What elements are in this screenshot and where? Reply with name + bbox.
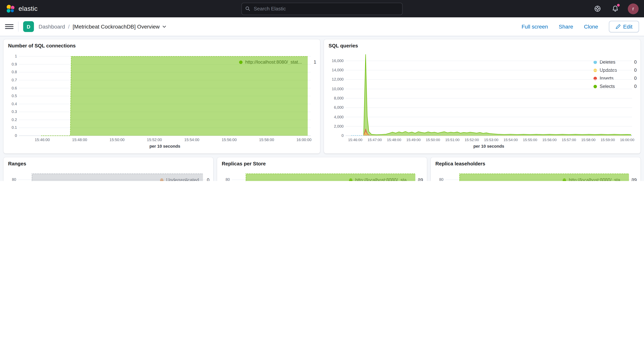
x-axis-caption: per 10 seconds	[19, 144, 311, 148]
panel-title: Replicas per Store	[222, 161, 423, 166]
search-icon	[245, 6, 250, 11]
y-axis-tick: 0	[7, 134, 17, 138]
y-axis-tick: 0.3	[7, 110, 17, 114]
y-axis-tick: 12,000	[328, 77, 344, 82]
sql-queries-chart[interactable]: 02,0004,0006,0008,00010,00012,00014,0001…	[328, 49, 594, 151]
breadcrumb-dashboard[interactable]: Dashboard	[38, 24, 65, 30]
edit-button-label: Edit	[623, 24, 632, 30]
brand-name: elastic	[18, 5, 38, 12]
help-button[interactable]	[592, 4, 602, 14]
header-actions: r	[592, 3, 638, 14]
x-axis-tick: 15:52:00	[142, 138, 167, 142]
y-axis-tick: 0.6	[7, 86, 17, 90]
full-screen-button[interactable]: Full screen	[522, 24, 548, 30]
replica-leaseholders-chart[interactable]: 0102030405060708015:46:0015:49:0015:52:0…	[434, 167, 563, 181]
dashboard-grid: Number of SQL connections 00.10.20.30.40…	[0, 36, 644, 181]
elastic-brand[interactable]: elastic	[6, 4, 38, 14]
user-avatar[interactable]: r	[628, 3, 638, 14]
sql-connections-chart[interactable]: 00.10.20.30.40.50.60.70.80.9115:46:0015:…	[7, 49, 239, 151]
y-axis-tick: 0.4	[7, 102, 17, 106]
avatar-initial: r	[632, 6, 634, 12]
panel-title: SQL queries	[328, 43, 637, 48]
pencil-icon	[616, 24, 620, 29]
y-axis-tick: 1	[7, 54, 17, 59]
breadcrumb-separator: /	[68, 24, 70, 30]
ranges-chart[interactable]: 0102030405060708015:46:0015:48:0015:50:0…	[7, 167, 160, 181]
bell-icon	[612, 6, 618, 12]
x-axis-tick: 15:48:00	[67, 138, 92, 142]
y-axis-tick: 0.7	[7, 78, 17, 82]
space-badge-letter: D	[27, 24, 30, 30]
toolbar-divider	[18, 22, 18, 32]
panel-title: Number of SQL connections	[8, 43, 316, 48]
panel-ranges: Ranges 0102030405060708015:46:0015:48:00…	[4, 157, 213, 181]
panel-replica-leaseholders: Replica leaseholders 0102030405060708015…	[431, 157, 640, 181]
chart-canvas[interactable]	[221, 167, 423, 181]
x-axis-tick: 15:58:00	[254, 138, 279, 142]
notification-badge	[617, 4, 620, 6]
y-axis-tick: 80	[434, 178, 444, 181]
chart-canvas[interactable]	[7, 167, 210, 181]
chart-canvas[interactable]	[328, 49, 637, 151]
y-axis-tick: 10,000	[328, 86, 344, 91]
x-axis-tick: 15:54:00	[180, 138, 204, 142]
toolbar-actions: Full screen Share Clone Edit	[522, 21, 639, 32]
y-axis-tick: 80	[221, 178, 230, 181]
dashboard-toolbar: D Dashboard / [Metricbeat CockroachDB] O…	[0, 17, 644, 36]
share-button[interactable]: Share	[559, 24, 573, 30]
y-axis-tick: 0.5	[7, 94, 17, 98]
y-axis-tick: 2,000	[328, 124, 344, 128]
notifications-button[interactable]	[610, 4, 620, 14]
help-icon	[594, 6, 600, 12]
y-axis-tick: 6,000	[328, 105, 344, 110]
kibana-app: elastic	[0, 0, 644, 181]
space-badge[interactable]: D	[23, 21, 34, 32]
breadcrumb: Dashboard / [Metricbeat CockroachDB] Ove…	[38, 24, 166, 30]
replicas-per-store-chart[interactable]: 0102030405060708015:46:0015:49:0015:52:0…	[221, 167, 349, 181]
y-axis-tick: 8,000	[328, 96, 344, 100]
y-axis-tick: 14,000	[328, 68, 344, 72]
y-axis-tick: 0.1	[7, 126, 17, 130]
menu-button[interactable]	[5, 22, 14, 31]
x-axis-tick: 16:00:00	[615, 138, 640, 142]
panel-title: Ranges	[8, 161, 210, 166]
global-search[interactable]	[242, 2, 402, 15]
x-axis-tick: 15:50:00	[105, 138, 130, 142]
breadcrumb-current[interactable]: [Metricbeat CockroachDB] Overview	[73, 24, 166, 30]
chart-canvas[interactable]	[7, 49, 316, 151]
chevron-down-icon	[162, 24, 166, 29]
breadcrumb-current-label: [Metricbeat CockroachDB] Overview	[73, 24, 160, 30]
x-axis-tick: 16:00:00	[292, 138, 316, 142]
y-axis-tick: 0.9	[7, 62, 17, 67]
x-axis-caption: per 10 seconds	[346, 144, 632, 148]
x-axis-tick: 15:46:00	[30, 138, 54, 142]
clone-button[interactable]: Clone	[584, 24, 598, 30]
panel-number-of-sql-connections: Number of SQL connections 00.10.20.30.40…	[4, 39, 320, 154]
panel-replicas-per-store: Replicas per Store 0102030405060708015:4…	[217, 157, 427, 181]
global-header: elastic	[0, 0, 644, 17]
y-axis-tick: 0	[328, 134, 344, 138]
y-axis-tick: 80	[7, 178, 16, 181]
edit-button[interactable]: Edit	[609, 21, 639, 32]
x-axis-tick: 15:56:00	[217, 138, 242, 142]
chart-canvas[interactable]	[434, 167, 637, 181]
panel-title: Replica leaseholders	[435, 161, 637, 166]
y-axis-tick: 4,000	[328, 115, 344, 119]
elastic-logo	[6, 4, 16, 14]
y-axis-tick: 0.2	[7, 118, 17, 122]
y-axis-tick: 0.8	[7, 70, 17, 74]
y-axis-tick: 16,000	[328, 58, 344, 63]
panel-sql-queries: SQL queries 02,0004,0006,0008,00010,0001…	[324, 39, 640, 154]
search-input[interactable]	[253, 6, 399, 12]
